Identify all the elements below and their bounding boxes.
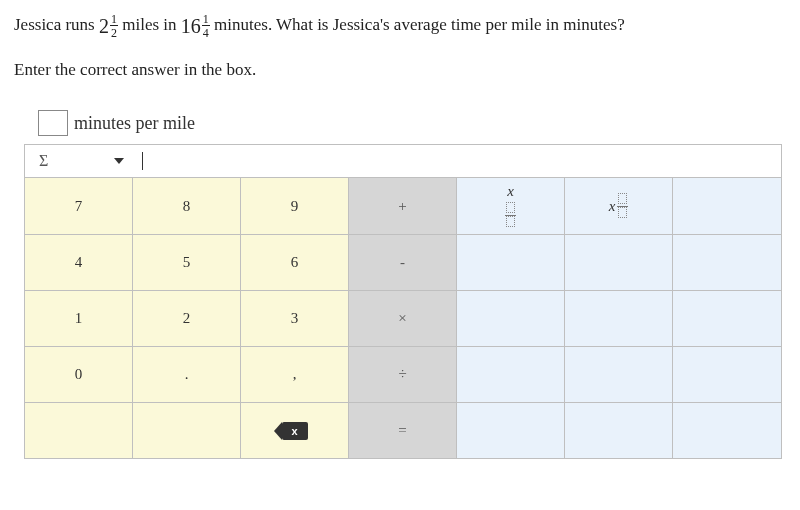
key-fn-empty-3c: [673, 346, 781, 402]
key-fn-empty-4a: [457, 402, 565, 458]
key-decimal[interactable]: .: [133, 346, 241, 402]
mixed-number-2: 16 1 4: [181, 10, 210, 42]
dropdown-caret-icon[interactable]: [114, 158, 124, 164]
key-0[interactable]: 0: [25, 346, 133, 402]
key-6[interactable]: 6: [241, 234, 349, 290]
key-fn-empty-4b: [565, 402, 673, 458]
mixed-number-1: 2 1 2: [99, 10, 118, 42]
mixed1-numerator: 1: [110, 13, 118, 26]
key-1[interactable]: 1: [25, 290, 133, 346]
text-cursor: [142, 152, 143, 170]
backspace-x: x: [291, 425, 297, 437]
mixed-fraction-placeholder-icon: [617, 193, 628, 220]
keypad-row-2: 1 2 3 ×: [25, 290, 781, 346]
key-7[interactable]: 7: [25, 178, 133, 234]
q-mid1: miles in: [122, 15, 181, 34]
mixed2-whole: 16: [181, 10, 201, 42]
mixed1-fraction: 1 2: [110, 13, 118, 39]
key-blank-b: [133, 402, 241, 458]
keypad-row-4: x =: [25, 402, 781, 458]
backspace-icon: x: [282, 422, 308, 440]
q-suffix: minutes. What is Jessica's average time …: [214, 15, 625, 34]
answer-input[interactable]: [38, 110, 68, 136]
mixed-x-icon: x: [609, 198, 616, 215]
question-text: Jessica runs 2 1 2 miles in 16 1 4 minut…: [14, 10, 786, 42]
key-plus[interactable]: +: [349, 178, 457, 234]
key-fn-empty-2a: [457, 290, 565, 346]
instruction-text: Enter the correct answer in the box.: [14, 60, 786, 80]
mixed1-whole: 2: [99, 10, 109, 42]
key-minus[interactable]: -: [349, 234, 457, 290]
sigma-button[interactable]: Σ: [33, 150, 54, 172]
key-divide[interactable]: ÷: [349, 346, 457, 402]
mixed2-denominator: 4: [203, 26, 209, 39]
q-prefix: Jessica runs: [14, 15, 99, 34]
answer-row: minutes per mile: [38, 110, 786, 136]
keypad-row-0: 7 8 9 + x x: [25, 178, 781, 234]
keypad-row-1: 4 5 6 -: [25, 234, 781, 290]
key-fn-empty-3b: [565, 346, 673, 402]
key-fn-empty-0: [673, 178, 781, 234]
key-8[interactable]: 8: [133, 178, 241, 234]
mixed2-fraction: 1 4: [202, 13, 210, 39]
key-fn-empty-2b: [565, 290, 673, 346]
key-2[interactable]: 2: [133, 290, 241, 346]
keypad-row-3: 0 . , ÷: [25, 346, 781, 402]
key-backspace[interactable]: x: [241, 402, 349, 458]
answer-unit-label: minutes per mile: [74, 113, 195, 134]
equation-toolbar: Σ: [24, 144, 782, 178]
key-fn-empty-2c: [673, 290, 781, 346]
key-mixed-number[interactable]: x: [565, 178, 673, 234]
key-fn-empty-1b: [565, 234, 673, 290]
key-comma[interactable]: ,: [241, 346, 349, 402]
key-9[interactable]: 9: [241, 178, 349, 234]
key-fn-empty-1a: [457, 234, 565, 290]
fraction-x-icon: x: [507, 183, 514, 200]
key-fn-empty-4c: [673, 402, 781, 458]
mixed2-numerator: 1: [202, 13, 210, 26]
key-3[interactable]: 3: [241, 290, 349, 346]
key-4[interactable]: 4: [25, 234, 133, 290]
key-fraction[interactable]: x: [457, 178, 565, 234]
key-multiply[interactable]: ×: [349, 290, 457, 346]
key-fn-empty-3a: [457, 346, 565, 402]
key-fn-empty-1c: [673, 234, 781, 290]
key-5[interactable]: 5: [133, 234, 241, 290]
keypad: 7 8 9 + x x 4 5 6: [24, 178, 782, 459]
mixed1-denominator: 2: [111, 26, 117, 39]
fraction-placeholder-icon: [505, 202, 516, 229]
key-equals[interactable]: =: [349, 402, 457, 458]
key-blank-a: [25, 402, 133, 458]
